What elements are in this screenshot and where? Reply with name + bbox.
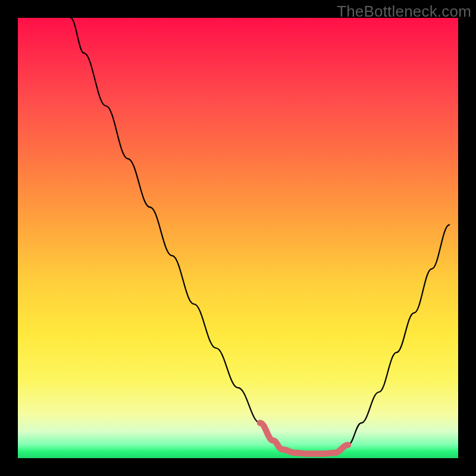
curve-path [71, 18, 449, 454]
bottleneck-curve [18, 18, 458, 458]
chart-frame: TheBottleneck.com [0, 0, 476, 476]
curve-highlight [260, 423, 348, 454]
